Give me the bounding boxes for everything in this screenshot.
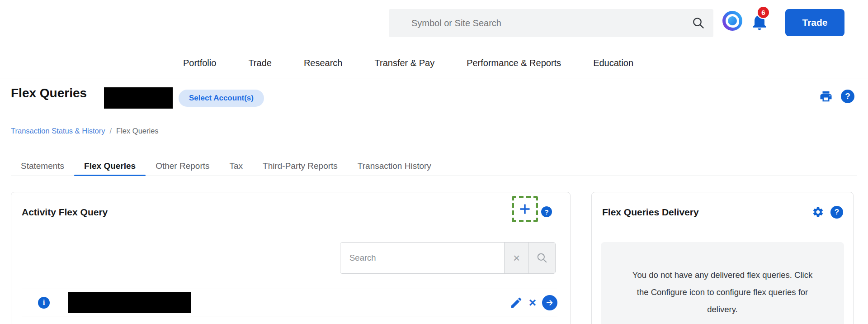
assistant-logo-icon[interactable]	[722, 11, 742, 31]
select-accounts-button[interactable]: Select Account(s)	[179, 90, 264, 107]
info-icon[interactable]: i	[38, 297, 50, 309]
tab-flex-queries[interactable]: Flex Queries	[74, 157, 146, 176]
plus-icon	[518, 202, 532, 216]
main-navigation: Portfolio Trade Research Transfer & Pay …	[183, 53, 633, 72]
tab-tax[interactable]: Tax	[220, 157, 253, 176]
tab-transaction-history[interactable]: Transaction History	[348, 157, 441, 176]
tab-third-party-reports[interactable]: Third-Party Reports	[253, 157, 348, 176]
notification-count-badge: 6	[757, 6, 770, 19]
trade-button[interactable]: Trade	[785, 9, 844, 36]
configure-gear-icon[interactable]	[812, 206, 824, 218]
breadcrumb-separator: /	[109, 127, 112, 135]
breadcrumb-link-transaction-status[interactable]: Transaction Status & History	[11, 127, 105, 135]
redacted-query-name	[68, 292, 191, 313]
search-icon[interactable]	[692, 16, 705, 30]
flex-queries-delivery-card: Flex Queries Delivery ? You do not have …	[591, 192, 854, 324]
run-query-icon[interactable]	[542, 295, 557, 310]
page-title: Flex Queries	[11, 86, 87, 100]
delivery-card-title: Flex Queries Delivery	[602, 207, 699, 218]
activity-help-icon[interactable]: ?	[541, 206, 552, 217]
delivery-empty-panel: You do not have any delivered flex queri…	[601, 242, 844, 324]
flex-queries-page: 6 Trade Portfolio Trade Research Transfe…	[0, 0, 868, 324]
edit-query-icon[interactable]	[509, 296, 523, 310]
delivery-card-header: Flex Queries Delivery ?	[592, 192, 853, 231]
nav-item-portfolio[interactable]: Portfolio	[183, 58, 216, 68]
query-search-group: ×	[340, 242, 556, 274]
clear-search-icon[interactable]: ×	[505, 243, 529, 273]
activity-flex-query-card: Activity Flex Query ? × i	[11, 192, 571, 324]
nav-item-performance-reports[interactable]: Performance & Reports	[467, 58, 561, 68]
page-help-icon[interactable]: ?	[841, 90, 854, 103]
tab-other-reports[interactable]: Other Reports	[146, 157, 219, 176]
activity-card-header: Activity Flex Query ?	[11, 192, 570, 231]
reports-tab-bar: Statements Flex Queries Other Reports Ta…	[11, 157, 857, 176]
delivery-help-icon[interactable]: ?	[830, 206, 843, 219]
breadcrumb: Transaction Status & History / Flex Quer…	[11, 127, 159, 135]
delivery-empty-message: You do not have any delivered flex queri…	[629, 267, 816, 318]
site-search-input[interactable]	[389, 9, 713, 37]
activity-card-body: × i ×	[11, 231, 570, 324]
breadcrumb-current: Flex Queries	[116, 127, 159, 135]
delete-query-icon[interactable]: ×	[529, 296, 536, 309]
activity-card-title: Activity Flex Query	[22, 207, 108, 218]
site-search-bar	[389, 9, 713, 37]
submit-search-icon[interactable]	[529, 243, 555, 273]
query-search-input[interactable]	[340, 243, 505, 273]
nav-item-trade[interactable]: Trade	[248, 58, 272, 68]
print-icon[interactable]	[819, 90, 833, 103]
redacted-account-id	[104, 87, 173, 109]
nav-item-transfer-pay[interactable]: Transfer & Pay	[375, 58, 435, 68]
delivery-card-body: You do not have any delivered flex queri…	[592, 231, 853, 324]
tab-statements[interactable]: Statements	[11, 157, 74, 176]
header-divider	[0, 78, 868, 78]
add-flex-query-button[interactable]	[512, 196, 538, 222]
nav-item-education[interactable]: Education	[593, 58, 633, 68]
nav-item-research[interactable]: Research	[304, 58, 343, 68]
flex-query-row: i ×	[22, 289, 557, 316]
